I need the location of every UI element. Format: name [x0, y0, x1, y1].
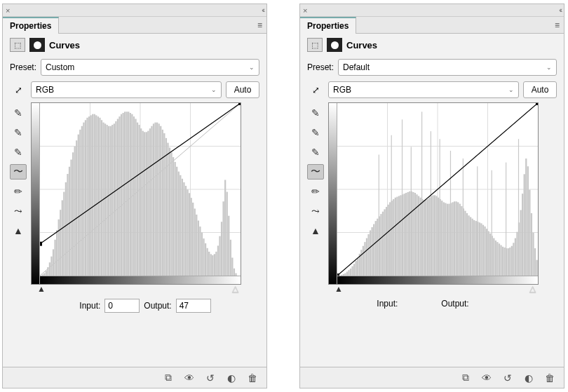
input-field[interactable]: 0: [104, 299, 140, 313]
clip-warning-icon[interactable]: ▲: [307, 223, 324, 238]
visibility-icon[interactable]: 👁: [182, 372, 196, 384]
svg-rect-139: [357, 257, 358, 276]
svg-rect-254: [536, 103, 538, 105]
tab-properties[interactable]: Properties: [3, 17, 59, 34]
svg-rect-23: [69, 167, 70, 276]
reset-icon[interactable]: ↺: [501, 372, 515, 384]
svg-rect-24: [70, 160, 72, 276]
close-icon[interactable]: ×: [303, 6, 307, 15]
svg-rect-188: [445, 203, 446, 276]
black-eyedropper-icon[interactable]: ✎: [307, 105, 324, 121]
svg-rect-27: [76, 140, 77, 276]
trash-icon[interactable]: 🗑: [245, 372, 259, 384]
svg-rect-161: [396, 197, 398, 276]
svg-rect-134: [348, 270, 349, 276]
curves-graph[interactable]: [328, 102, 539, 285]
svg-rect-56: [128, 111, 129, 276]
svg-rect-108: [221, 222, 222, 276]
svg-rect-196: [459, 204, 461, 276]
svg-rect-88: [185, 186, 187, 276]
svg-rect-26: [74, 147, 76, 276]
targeted-adjust-icon[interactable]: ⤢: [307, 82, 324, 97]
svg-rect-39: [97, 116, 99, 276]
gray-eyedropper-icon[interactable]: ✎: [307, 125, 324, 140]
smooth-icon[interactable]: ⤳: [307, 203, 324, 219]
svg-rect-33: [86, 118, 88, 276]
svg-rect-112: [228, 216, 229, 276]
tab-properties[interactable]: Properties: [300, 17, 356, 34]
svg-rect-85: [180, 175, 181, 276]
mask-icon[interactable]: [29, 38, 45, 52]
svg-rect-84: [178, 172, 180, 276]
plot-area[interactable]: [337, 103, 538, 276]
reset-icon[interactable]: ↺: [203, 372, 217, 384]
curves-graph[interactable]: [31, 102, 241, 285]
svg-rect-51: [119, 116, 120, 276]
white-point-slider[interactable]: △: [232, 284, 238, 294]
svg-rect-243: [411, 147, 412, 276]
visibility-icon[interactable]: 👁: [480, 372, 494, 384]
output-gradient: [32, 103, 40, 284]
black-eyedropper-icon[interactable]: ✎: [10, 105, 27, 121]
mask-icon[interactable]: [327, 38, 342, 52]
svg-rect-189: [447, 204, 448, 276]
close-icon[interactable]: ×: [6, 6, 10, 15]
svg-rect-200: [466, 213, 468, 276]
gray-eyedropper-icon[interactable]: ✎: [10, 125, 27, 140]
svg-rect-109: [222, 201, 224, 276]
graph-wrap: ▲ △ Input: Output:: [328, 102, 557, 313]
clip-warning-icon[interactable]: ▲: [10, 223, 27, 238]
svg-rect-75: [162, 130, 163, 276]
svg-rect-165: [403, 194, 405, 276]
white-eyedropper-icon[interactable]: ✎: [10, 144, 27, 160]
auto-button[interactable]: Auto: [226, 81, 259, 98]
black-point-slider[interactable]: ▲: [37, 284, 46, 294]
panel-menu-icon[interactable]: ≡: [550, 20, 564, 30]
adjustment-icon[interactable]: ⬚: [10, 38, 25, 52]
output-field[interactable]: 47: [176, 299, 211, 313]
svg-rect-235: [529, 190, 530, 276]
channel-select[interactable]: RGB ⌄: [328, 81, 519, 98]
svg-rect-153: [382, 212, 384, 276]
svg-rect-145: [367, 234, 369, 276]
auto-button[interactable]: Auto: [523, 81, 557, 98]
svg-rect-93: [194, 208, 196, 276]
trash-icon[interactable]: 🗑: [543, 372, 557, 384]
panel-menu-icon[interactable]: ≡: [253, 20, 266, 30]
smooth-icon[interactable]: ⤳: [10, 203, 27, 219]
pencil-tool-icon[interactable]: ✏: [10, 184, 27, 199]
tab-row: Properties ≡: [3, 17, 266, 34]
svg-rect-43: [104, 123, 106, 276]
svg-rect-233: [525, 158, 527, 276]
svg-rect-166: [405, 193, 407, 276]
preset-select[interactable]: Custom ⌄: [41, 59, 259, 76]
svg-rect-182: [434, 195, 435, 276]
svg-rect-237: [532, 233, 534, 276]
preset-select[interactable]: Default ⌄: [338, 59, 557, 76]
previous-state-icon[interactable]: ◐: [522, 372, 536, 384]
white-eyedropper-icon[interactable]: ✎: [307, 144, 324, 160]
collapse-icon[interactable]: ‹‹: [262, 6, 264, 14]
adjustment-icon[interactable]: ⬚: [307, 38, 323, 52]
svg-rect-49: [115, 121, 116, 276]
svg-rect-211: [486, 229, 487, 276]
svg-rect-219: [500, 245, 501, 276]
svg-rect-201: [468, 215, 469, 276]
collapse-icon[interactable]: ‹‹: [559, 6, 561, 14]
clip-to-layer-icon[interactable]: ⧉: [161, 372, 175, 384]
svg-rect-58: [131, 114, 133, 276]
clip-to-layer-icon[interactable]: ⧉: [459, 372, 473, 384]
previous-state-icon[interactable]: ◐: [224, 372, 238, 384]
svg-rect-54: [124, 111, 126, 276]
svg-rect-170: [412, 192, 414, 276]
curve-point-tool-icon[interactable]: 〜: [10, 164, 27, 180]
svg-rect-50: [117, 119, 119, 276]
curve-point-tool-icon[interactable]: 〜: [307, 164, 324, 180]
input-gradient: [40, 276, 241, 284]
pencil-tool-icon[interactable]: ✏: [307, 184, 324, 199]
channel-select[interactable]: RGB ⌄: [31, 81, 222, 98]
black-point-slider[interactable]: ▲: [334, 284, 343, 294]
white-point-slider[interactable]: △: [529, 284, 536, 294]
plot-area[interactable]: [40, 103, 241, 276]
targeted-adjust-icon[interactable]: ⤢: [10, 82, 27, 97]
